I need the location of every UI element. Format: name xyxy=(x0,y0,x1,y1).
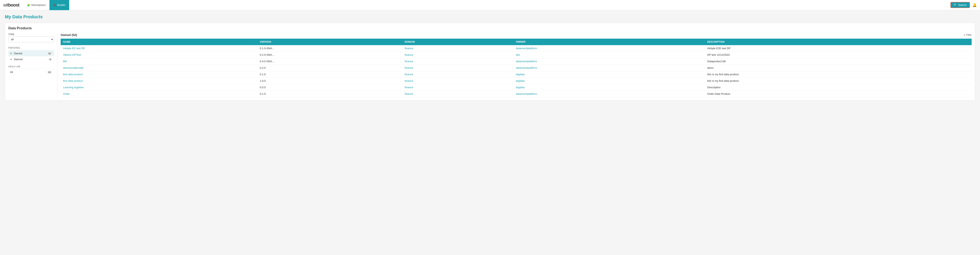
cell-owner[interactable]: datameshplatform xyxy=(514,45,705,52)
cell-version: 0.4.0-SNA… xyxy=(258,58,402,65)
sidebar-item-all[interactable]: All 61 xyxy=(8,69,54,75)
cell-description: Dataproduct bill xyxy=(705,58,972,65)
table-area: Owned (52) ≡ Filter NAME VERSION DOMAIN … xyxy=(57,33,972,97)
cell-owner[interactable]: datameshplatform xyxy=(514,58,705,65)
sidebar-item-all-label: All xyxy=(10,71,13,74)
cell-name[interactable]: demosandboxdpf xyxy=(60,65,258,71)
col-domain: DOMAIN xyxy=(402,39,514,45)
header-right: 🔍 Search 🔔 xyxy=(950,2,977,8)
col-version: VERSION xyxy=(258,39,402,45)
type-filter-select[interactable]: all owned starred xyxy=(8,36,54,42)
cell-description: Description xyxy=(705,84,972,91)
sidebar-item-starred-badge: 0 xyxy=(48,58,52,61)
col-description: DESCRIPTION xyxy=(705,39,972,45)
page-content: My Data Products Data Products Type all … xyxy=(0,10,980,105)
cell-description: this is my first data product xyxy=(705,71,972,78)
cell-version: 1.0.0 xyxy=(258,78,402,84)
cell-description: Order Data Product xyxy=(705,91,972,97)
cell-version: 0.1.0 xyxy=(258,91,402,97)
filter-label: Filter xyxy=(966,33,972,36)
cell-domain[interactable]: finance xyxy=(402,45,514,52)
table-section-title: Owned (52) xyxy=(60,33,77,36)
cell-version: 0.2.0 xyxy=(258,65,402,71)
table-row: first data product0.1.0financebigdatathi… xyxy=(60,71,972,78)
filter-icon: ≡ xyxy=(964,33,965,36)
sidebar-item-starred-label: Starred xyxy=(14,58,22,61)
search-button[interactable]: 🔍 Search xyxy=(950,2,970,8)
nav-builder[interactable]: ➕ Builder xyxy=(49,0,69,10)
cell-domain[interactable]: finance xyxy=(402,78,514,84)
cell-name[interactable]: first data product xyxy=(60,71,258,78)
table-row: Alberto-DPTest0.2.0-SNA…financedevDP tes… xyxy=(60,52,972,58)
plus-icon: ➕ xyxy=(53,4,56,6)
cell-owner[interactable]: bigdata xyxy=(514,84,705,91)
table-row: Bill0.4.0-SNA…financedatameshplatformDat… xyxy=(60,58,972,65)
type-filter-label: Type xyxy=(8,33,54,36)
cell-description: descr xyxy=(705,65,972,71)
cell-version: 0.0.0 xyxy=(258,84,402,91)
cell-description: Airbyte E2E test DP xyxy=(705,45,972,52)
cell-domain[interactable]: finance xyxy=(402,84,514,91)
table-head-row: NAME VERSION DOMAIN OWNER DESCRIPTION xyxy=(60,39,972,45)
gear-icon: ⚙ xyxy=(10,52,12,55)
sidebar-item-starred[interactable]: ★ Starred 0 xyxy=(8,56,54,62)
cell-version: 0.1.0-SNA… xyxy=(258,45,402,52)
cell-domain[interactable]: finance xyxy=(402,58,514,65)
cell-domain[interactable]: finance xyxy=(402,71,514,78)
layout: Type all owned starred PERSONAL ⚙ Owned … xyxy=(8,33,972,97)
cell-name[interactable]: Alberto-DPTest xyxy=(60,52,258,58)
cell-owner[interactable]: datameshplatform xyxy=(514,65,705,71)
nav-marketplace-label: Marketplace xyxy=(31,3,46,6)
sidebar-item-all-left: All xyxy=(10,71,13,74)
col-owner: OWNER xyxy=(514,39,705,45)
table-head: NAME VERSION DOMAIN OWNER DESCRIPTION xyxy=(60,39,972,45)
cell-version: 0.1.0 xyxy=(258,71,402,78)
table-header-row: Owned (52) ≡ Filter xyxy=(60,33,972,36)
main-card: Data Products Type all owned starred PER… xyxy=(5,23,975,101)
sidebar-item-all-badge: 61 xyxy=(47,71,52,74)
search-label: Search xyxy=(958,3,967,6)
card-title: Data Products xyxy=(8,26,972,30)
cell-version: 0.2.0-SNA… xyxy=(258,52,402,58)
logo[interactable]: witboost xyxy=(3,2,19,8)
table-row: demosandboxdpf0.2.0financedatameshplatfo… xyxy=(60,65,972,71)
section-agile-lab: AGILE LAB xyxy=(8,64,54,69)
cell-owner[interactable]: bigdata xyxy=(514,71,705,78)
cell-owner[interactable]: datameshplatform xyxy=(514,91,705,97)
col-name: NAME xyxy=(60,39,258,45)
cell-domain[interactable]: finance xyxy=(402,52,514,58)
table-row: Learning together0.0.0financebigdataDesc… xyxy=(60,84,972,91)
cell-description: DP test 12/12/2022 xyxy=(705,52,972,58)
cell-name[interactable]: first data product xyxy=(60,78,258,84)
sidebar: Type all owned starred PERSONAL ⚙ Owned … xyxy=(8,33,57,97)
page-title: My Data Products xyxy=(5,14,975,19)
bell-icon[interactable]: 🔔 xyxy=(972,3,977,7)
cell-name[interactable]: Bill xyxy=(60,58,258,65)
nav-builder-label: Builder xyxy=(57,3,65,6)
table-row: first data product1.0.0financebigdatathi… xyxy=(60,78,972,84)
cell-name[interactable]: Order xyxy=(60,91,258,97)
star-icon: ★ xyxy=(10,58,12,61)
sidebar-item-starred-left: ★ Starred xyxy=(10,58,22,61)
cell-domain[interactable]: finance xyxy=(402,65,514,71)
search-icon: 🔍 xyxy=(954,3,957,6)
cell-owner[interactable]: dev xyxy=(514,52,705,58)
nav-marketplace[interactable]: 🧩 Marketplace xyxy=(24,0,49,10)
cell-description: this is my first data product xyxy=(705,78,972,84)
table-body: Airbyte EE test DP0.1.0-SNA…financedatam… xyxy=(60,45,972,97)
sidebar-item-owned-badge: 52 xyxy=(47,52,52,55)
cell-domain[interactable]: finance xyxy=(402,91,514,97)
sidebar-item-owned[interactable]: ⚙ Owned 52 xyxy=(8,51,54,56)
table-row: Order0.1.0financedatameshplatformOrder D… xyxy=(60,91,972,97)
section-personal: PERSONAL xyxy=(8,46,54,50)
cell-owner[interactable]: bigdata xyxy=(514,78,705,84)
header: witboost 🧩 Marketplace ➕ Builder 🔍 Searc… xyxy=(0,0,980,10)
filter-button[interactable]: ≡ Filter xyxy=(964,33,972,36)
cell-name[interactable]: Learning together xyxy=(60,84,258,91)
cell-name[interactable]: Airbyte EE test DP xyxy=(60,45,258,52)
sidebar-item-owned-label: Owned xyxy=(14,52,22,55)
data-table: NAME VERSION DOMAIN OWNER DESCRIPTION Ai… xyxy=(60,39,972,97)
table-row: Airbyte EE test DP0.1.0-SNA…financedatam… xyxy=(60,45,972,52)
sidebar-item-owned-left: ⚙ Owned xyxy=(10,52,22,55)
puzzle-icon: 🧩 xyxy=(27,4,30,6)
